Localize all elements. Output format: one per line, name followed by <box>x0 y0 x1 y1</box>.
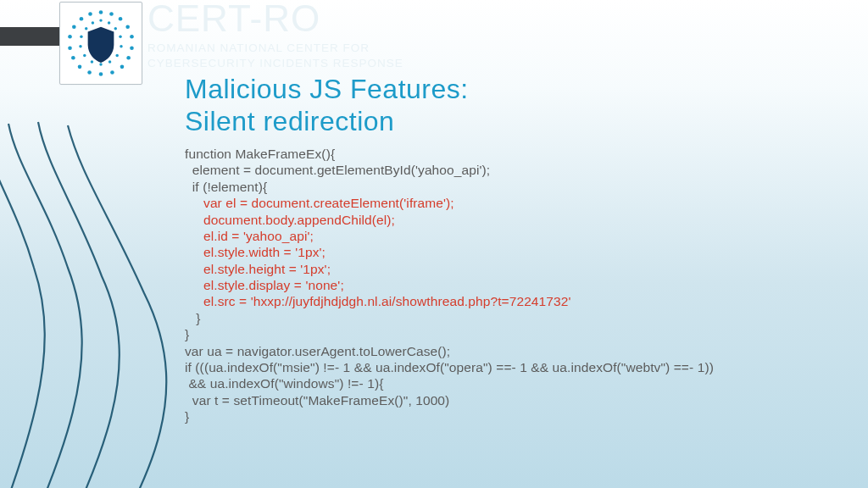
svg-point-5 <box>130 46 134 50</box>
svg-point-26 <box>91 60 93 63</box>
svg-point-28 <box>79 45 81 47</box>
svg-point-4 <box>130 35 134 39</box>
svg-point-2 <box>119 17 123 21</box>
svg-point-1 <box>109 12 114 16</box>
svg-point-12 <box>71 56 75 60</box>
svg-point-31 <box>92 21 94 24</box>
svg-point-10 <box>87 70 92 75</box>
svg-point-29 <box>80 36 82 38</box>
brand-title: CERT-RO <box>147 0 403 37</box>
svg-point-27 <box>83 54 86 57</box>
svg-point-11 <box>78 65 82 69</box>
svg-point-9 <box>99 72 103 76</box>
brand-subtitle: ROMANIAN NATIONAL CENTER FOR CYBERSECURI… <box>147 41 403 71</box>
svg-point-17 <box>88 12 92 16</box>
svg-point-24 <box>108 60 111 63</box>
svg-point-7 <box>120 65 125 69</box>
svg-point-13 <box>68 46 72 50</box>
slide-title: Malicious JS Features: Silent redirectio… <box>185 73 469 138</box>
svg-point-25 <box>99 63 102 65</box>
svg-point-15 <box>72 25 76 29</box>
svg-point-19 <box>108 21 110 24</box>
svg-point-16 <box>80 17 84 21</box>
brand-block: CERT-RO ROMANIAN NATIONAL CENTER FOR CYB… <box>147 0 403 71</box>
code-block: function MakeFrameEx(){ element = docume… <box>185 146 714 424</box>
svg-point-0 <box>99 10 103 14</box>
svg-point-20 <box>114 27 117 30</box>
svg-point-23 <box>115 54 118 57</box>
svg-point-14 <box>68 35 72 39</box>
svg-point-8 <box>110 70 114 75</box>
svg-point-6 <box>126 56 131 60</box>
svg-point-3 <box>125 25 130 29</box>
svg-point-21 <box>119 36 121 38</box>
cert-ro-logo <box>59 2 142 85</box>
svg-point-30 <box>85 27 87 30</box>
svg-point-18 <box>99 19 102 21</box>
svg-point-22 <box>120 45 122 47</box>
slide-tab <box>0 27 59 46</box>
